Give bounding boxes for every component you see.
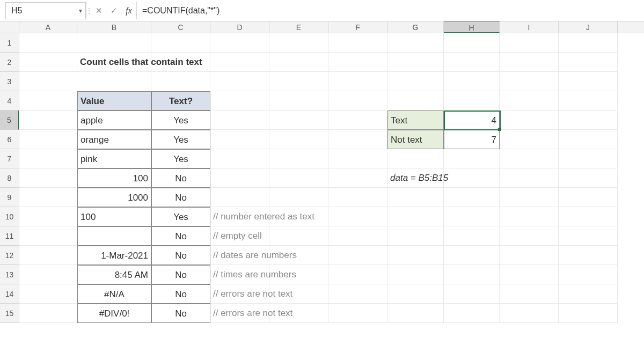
cell-E7[interactable] (269, 149, 328, 168)
cell-G3[interactable] (387, 72, 444, 91)
cell-B9[interactable]: 1000 (77, 188, 151, 207)
chevron-down-icon[interactable]: ▾ (79, 7, 82, 14)
cell-A9[interactable] (19, 188, 77, 207)
cell-D14[interactable]: // errors are not text (210, 284, 269, 304)
cell-B6[interactable]: orange (77, 130, 151, 149)
cell-G11[interactable] (387, 226, 444, 246)
cell-B13[interactable]: 8:45 AM (77, 265, 151, 284)
cell-I3[interactable] (500, 72, 559, 91)
cell-J5[interactable] (559, 111, 618, 130)
cell-D11[interactable]: // empty cell (210, 226, 269, 246)
formula-input[interactable]: =COUNTIF(data,"*") (136, 2, 644, 19)
cell-A15[interactable] (19, 304, 77, 323)
cell-A4[interactable] (19, 91, 77, 111)
cell-A5[interactable] (19, 111, 77, 130)
cell-J6[interactable] (559, 130, 618, 149)
cell-A11[interactable] (19, 226, 77, 246)
cell-D12[interactable]: // dates are numbers (210, 246, 269, 265)
cell-J1[interactable] (559, 33, 618, 53)
cell-A14[interactable] (19, 284, 77, 304)
cell-D4[interactable] (210, 91, 269, 111)
cell-G9[interactable] (387, 188, 444, 207)
cell-I11[interactable] (500, 226, 559, 246)
cell-C8[interactable]: No (151, 168, 210, 188)
cell-D2[interactable] (210, 53, 269, 72)
cell-G4[interactable] (387, 91, 444, 111)
cell-G12[interactable] (387, 246, 444, 265)
cell-F14[interactable] (328, 284, 387, 304)
col-header-A[interactable]: A (19, 21, 77, 33)
cell-J9[interactable] (559, 188, 618, 207)
cell-I2[interactable] (500, 53, 559, 72)
cell-H9[interactable] (444, 188, 500, 207)
col-header-D[interactable]: D (210, 21, 269, 33)
cell-D9[interactable] (210, 188, 269, 207)
row-header-11[interactable]: 11 (0, 226, 19, 246)
cell-G15[interactable] (387, 304, 444, 323)
cell-E6[interactable] (269, 130, 328, 149)
cell-E1[interactable] (269, 33, 328, 53)
row-header-6[interactable]: 6 (0, 130, 19, 149)
cell-C6[interactable]: Yes (151, 130, 210, 149)
cell-A12[interactable] (19, 246, 77, 265)
cell-F6[interactable] (328, 130, 387, 149)
row-header-1[interactable]: 1 (0, 33, 19, 53)
cell-B3[interactable] (77, 72, 151, 91)
cell-A3[interactable] (19, 72, 77, 91)
cell-F12[interactable] (328, 246, 387, 265)
cell-E11[interactable] (269, 226, 328, 246)
row-header-5[interactable]: 5 (0, 111, 19, 130)
cell-H1[interactable] (444, 33, 500, 53)
row-header-2[interactable]: 2 (0, 53, 19, 72)
cell-H3[interactable] (444, 72, 500, 91)
cell-B5[interactable]: apple (77, 111, 151, 130)
cell-C3[interactable] (151, 72, 210, 91)
cell-E4[interactable] (269, 91, 328, 111)
cell-F2[interactable] (328, 53, 387, 72)
cell-D10[interactable]: // number entered as text (210, 207, 269, 226)
cell-H10[interactable] (444, 207, 500, 226)
cell-C9[interactable]: No (151, 188, 210, 207)
cell-G8[interactable]: data = B5:B15 (387, 168, 444, 188)
col-header-F[interactable]: F (328, 21, 387, 33)
cell-A1[interactable] (19, 33, 77, 53)
cell-G5[interactable]: Text (387, 111, 444, 130)
col-header-E[interactable]: E (269, 21, 328, 33)
col-header-G[interactable]: G (387, 21, 444, 33)
cell-C11[interactable]: No (151, 226, 210, 246)
cell-E9[interactable] (269, 188, 328, 207)
cell-J2[interactable] (559, 53, 618, 72)
cell-E3[interactable] (269, 72, 328, 91)
cell-J4[interactable] (559, 91, 618, 111)
cell-G13[interactable] (387, 265, 444, 284)
cell-D13[interactable]: // times are numbers (210, 265, 269, 284)
cell-G6[interactable]: Not text (387, 130, 444, 149)
cell-D7[interactable] (210, 149, 269, 168)
name-box[interactable]: H5 ▾ (5, 2, 86, 19)
cell-B10[interactable]: 100 (77, 207, 151, 226)
col-header-J[interactable]: J (559, 21, 618, 33)
cell-H14[interactable] (444, 284, 500, 304)
cell-H6[interactable]: 7 (444, 130, 500, 149)
cell-F4[interactable] (328, 91, 387, 111)
cell-F8[interactable] (328, 168, 387, 188)
cell-I10[interactable] (500, 207, 559, 226)
cell-C5[interactable]: Yes (151, 111, 210, 130)
row-header-13[interactable]: 13 (0, 265, 19, 284)
cell-I8[interactable] (500, 168, 559, 188)
cell-B8[interactable]: 100 (77, 168, 151, 188)
row-header-10[interactable]: 10 (0, 207, 19, 226)
cell-J10[interactable] (559, 207, 618, 226)
select-all-corner[interactable] (0, 21, 19, 33)
row-header-8[interactable]: 8 (0, 168, 19, 188)
cell-I9[interactable] (500, 188, 559, 207)
cell-H13[interactable] (444, 265, 500, 284)
cell-D1[interactable] (210, 33, 269, 53)
cell-A7[interactable] (19, 149, 77, 168)
cell-A10[interactable] (19, 207, 77, 226)
cell-D3[interactable] (210, 72, 269, 91)
cell-H11[interactable] (444, 226, 500, 246)
cell-J15[interactable] (559, 304, 618, 323)
cell-A6[interactable] (19, 130, 77, 149)
cell-H7[interactable] (444, 149, 500, 168)
